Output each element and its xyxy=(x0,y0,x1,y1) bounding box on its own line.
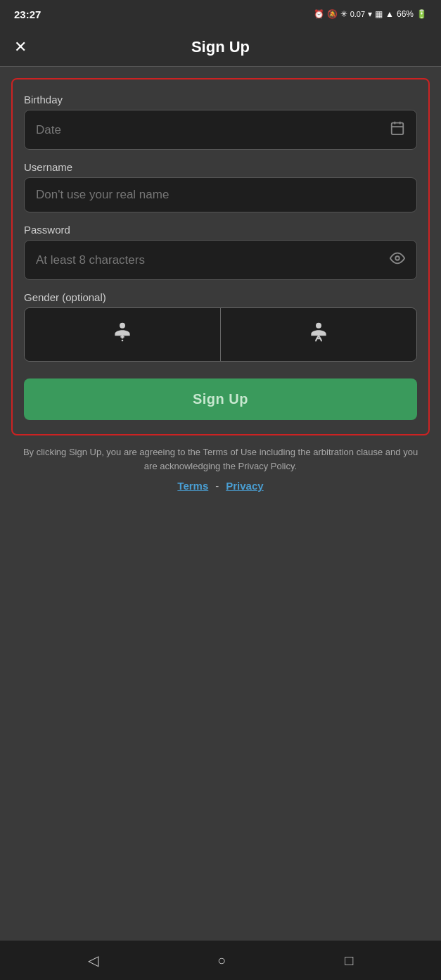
birthday-input[interactable] xyxy=(36,123,390,137)
gender-selector xyxy=(24,307,417,362)
female-icon xyxy=(307,321,330,348)
links-row: Terms - Privacy xyxy=(177,480,263,492)
notification-icon: 🔕 xyxy=(327,9,338,19)
page-title: Sign Up xyxy=(191,38,250,56)
back-nav-button[interactable]: ◁ xyxy=(88,952,98,969)
data-icon: ▦ xyxy=(375,9,383,19)
bluetooth-icon: ✳ xyxy=(340,9,347,19)
alarm-icon: ⏰ xyxy=(314,9,324,19)
status-bar: 23:27 ⏰ 🔕 ✳ 0.07 ▾ ▦ ▲ 66% 🔋 xyxy=(0,0,441,28)
signup-form: Birthday Username xyxy=(11,78,430,435)
carrier-signal-icon: ▲ xyxy=(385,9,394,19)
password-label: Password xyxy=(24,224,417,236)
signup-button[interactable]: Sign Up xyxy=(24,378,417,420)
battery-level: 66% xyxy=(397,9,414,19)
links-separator: - xyxy=(215,480,219,492)
main-content: Birthday Username xyxy=(0,67,441,941)
password-visibility-icon[interactable] xyxy=(390,250,405,269)
password-input[interactable] xyxy=(36,253,390,267)
birthday-label: Birthday xyxy=(24,94,417,106)
male-icon xyxy=(111,321,134,348)
username-field-group: Username xyxy=(24,161,417,212)
signal-icon: 0.07 xyxy=(350,10,365,18)
username-input[interactable] xyxy=(36,188,405,202)
terms-link[interactable]: Terms xyxy=(177,480,208,492)
close-button[interactable]: ✕ xyxy=(14,39,27,55)
password-input-wrapper[interactable] xyxy=(24,240,417,280)
status-icons: ⏰ 🔕 ✳ 0.07 ▾ ▦ ▲ 66% 🔋 xyxy=(314,9,427,19)
gender-male-button[interactable] xyxy=(25,308,221,361)
calendar-icon xyxy=(390,120,405,139)
home-nav-button[interactable]: ○ xyxy=(217,953,226,969)
battery-icon: 🔋 xyxy=(416,9,427,19)
disclaimer-text: By clicking Sign Up, you are agreeing to… xyxy=(11,445,430,473)
privacy-link[interactable]: Privacy xyxy=(226,480,263,492)
gender-field-group: Gender (optional) xyxy=(24,291,417,362)
username-label: Username xyxy=(24,161,417,173)
birthday-field-group: Birthday xyxy=(24,94,417,150)
wifi-icon: ▾ xyxy=(368,9,372,19)
status-time: 23:27 xyxy=(14,8,41,20)
recents-nav-button[interactable]: □ xyxy=(345,953,353,969)
svg-rect-0 xyxy=(392,123,404,135)
gender-female-button[interactable] xyxy=(221,308,416,361)
header: ✕ Sign Up xyxy=(0,28,441,67)
bottom-nav: ◁ ○ □ xyxy=(0,941,441,980)
gender-label: Gender (optional) xyxy=(24,291,417,303)
svg-point-4 xyxy=(395,256,400,260)
birthday-input-wrapper[interactable] xyxy=(24,110,417,150)
username-input-wrapper[interactable] xyxy=(24,177,417,212)
password-field-group: Password xyxy=(24,224,417,280)
